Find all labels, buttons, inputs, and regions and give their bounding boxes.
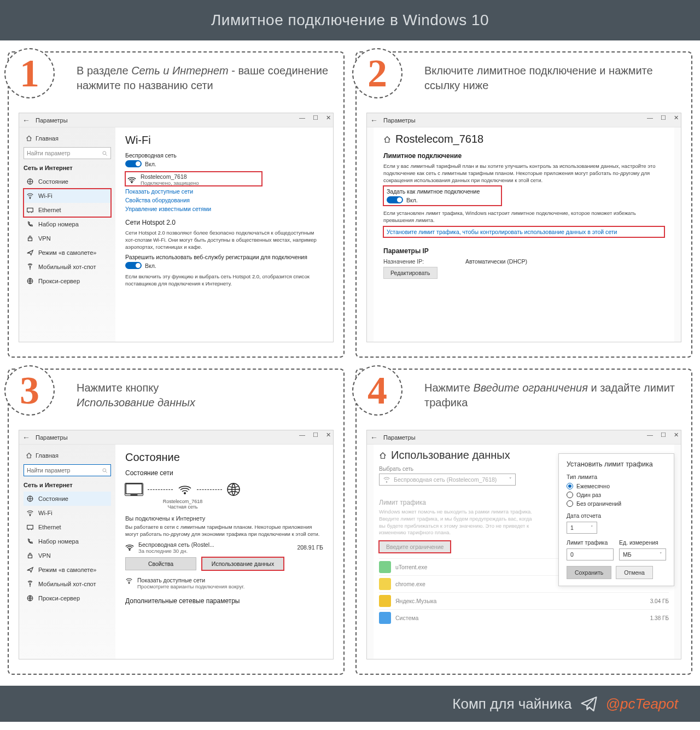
- svg-rect-15: [126, 484, 142, 494]
- sidebar-item-wifi[interactable]: Wi-Fi: [24, 506, 111, 520]
- pick-network-select[interactable]: Беспроводная сеть (Rostelecom_7618) ˅: [379, 474, 516, 486]
- sidebar-item-dial[interactable]: Набор номера: [24, 534, 111, 548]
- search-input[interactable]: Найти параметр: [24, 464, 111, 476]
- window-title: Параметры: [383, 117, 416, 124]
- cancel-button[interactable]: Отмена: [616, 566, 653, 579]
- radio-monthly[interactable]: Ежемесячно: [567, 483, 666, 489]
- properties-button[interactable]: Свойства: [125, 557, 196, 570]
- radio-once[interactable]: Один раз: [567, 492, 666, 498]
- wifi-content: Wi-Fi Беспроводная сеть Вкл. Rostelecom_…: [115, 127, 333, 342]
- set-limit-link-highlight: Установите лимит трафика, чтобы контроли…: [383, 226, 664, 237]
- search-icon: [102, 150, 108, 156]
- maximize-icon[interactable]: ☐: [313, 114, 318, 121]
- minimize-icon[interactable]: —: [299, 431, 305, 439]
- sidebar-item-proxy[interactable]: Прокси-сервер: [24, 591, 111, 605]
- app-icon: [379, 612, 391, 624]
- unit-select[interactable]: МБ˅: [619, 548, 666, 560]
- sidebar-home[interactable]: Главная: [24, 132, 111, 145]
- maximize-icon[interactable]: ☐: [313, 431, 318, 439]
- minimize-icon[interactable]: —: [647, 114, 653, 121]
- minimize-icon[interactable]: —: [647, 431, 653, 439]
- metered-toggle[interactable]: Вкл.: [387, 196, 480, 203]
- close-icon[interactable]: ✕: [326, 114, 331, 121]
- limit-value-input[interactable]: 0: [567, 548, 614, 560]
- sidebar-item-vpn[interactable]: VPN: [24, 231, 111, 246]
- maximize-icon[interactable]: ☐: [661, 114, 666, 121]
- dial-icon: [26, 538, 34, 545]
- titlebar: ← Параметры — ☐ ✕: [367, 430, 681, 445]
- sidebar-item-hotspot[interactable]: Мобильный хот-спот: [24, 260, 111, 274]
- data-usage-button[interactable]: Использование данных: [202, 557, 284, 570]
- close-icon[interactable]: ✕: [674, 431, 679, 439]
- metered-toggle-label: Задать как лимитное подключение: [387, 188, 480, 195]
- sidebar-home[interactable]: Главная: [24, 449, 111, 462]
- edit-button[interactable]: Редактировать: [383, 267, 438, 279]
- radio-icon: [567, 483, 573, 489]
- vpn-icon: [26, 552, 34, 559]
- network-highlight: Rostelecom_7618 Подключено, защищено: [125, 172, 262, 186]
- back-icon[interactable]: ←: [22, 433, 30, 442]
- svg-rect-4: [28, 238, 32, 241]
- minimize-icon[interactable]: —: [299, 114, 305, 121]
- sidebar-item-wifi[interactable]: Wi-Fi: [24, 189, 111, 203]
- step-2-badge: 2: [352, 48, 402, 98]
- search-input[interactable]: Найти параметр: [24, 147, 111, 159]
- connected-title: Вы подключены к Интернету: [125, 515, 323, 522]
- usage-net-name: Беспроводная сеть (Rostel...: [138, 541, 214, 548]
- chevron-down-icon: ˅: [660, 552, 662, 557]
- sidebar-item-status[interactable]: Состояние: [24, 492, 111, 506]
- sidebar-item-proxy[interactable]: Прокси-сервер: [24, 274, 111, 288]
- search-icon: [102, 468, 108, 474]
- show-networks-title[interactable]: Показать доступные сети: [137, 577, 244, 583]
- radio-unlimited[interactable]: Без ограничений: [567, 500, 666, 507]
- wifi-icon: [383, 476, 390, 483]
- svg-point-0: [103, 151, 106, 154]
- sidebar-item-airplane[interactable]: Режим «в самолете»: [24, 563, 111, 577]
- close-icon[interactable]: ✕: [674, 114, 679, 121]
- sidebar-item-airplane[interactable]: Режим «в самолете»: [24, 246, 111, 260]
- svg-rect-3: [27, 208, 33, 212]
- maximize-icon[interactable]: ☐: [661, 431, 666, 439]
- link-hardware-props[interactable]: Свойства оборудования: [125, 197, 323, 203]
- sidebar-category: Сеть и Интернет: [24, 165, 111, 171]
- enter-limit-button[interactable]: Введите ограничение: [379, 541, 451, 553]
- back-icon[interactable]: ←: [370, 433, 378, 442]
- link-show-networks[interactable]: Показать доступные сети: [125, 188, 323, 195]
- svg-point-10: [30, 515, 30, 516]
- sidebar-item-ethernet[interactable]: Ethernet: [24, 203, 111, 217]
- metered-desc: Если у вас лимитный тарифный план и вы х…: [383, 163, 664, 184]
- content-title: Состояние: [125, 451, 323, 464]
- sidebar-category: Сеть и Интернет: [24, 482, 111, 488]
- vpn-icon: [26, 235, 34, 242]
- wireless-label: Беспроводная сеть: [125, 152, 323, 159]
- network-row[interactable]: Rostelecom_7618 Подключено, защищено: [125, 172, 262, 186]
- sidebar-item-vpn[interactable]: VPN: [24, 548, 111, 563]
- back-icon[interactable]: ←: [22, 116, 30, 125]
- set-limit-link[interactable]: Установите лимит трафика, чтобы контроли…: [387, 229, 661, 235]
- app-icon: [379, 578, 391, 590]
- status-content: Состояние Состояние сети Rostelecom_7618…: [115, 445, 333, 659]
- link-known-networks[interactable]: Управление известными сетями: [125, 206, 323, 212]
- sidebar-item-hotspot[interactable]: Мобильный хот-спот: [24, 577, 111, 591]
- close-icon[interactable]: ✕: [326, 431, 331, 439]
- step-3-text: Нажмите кнопку Использование данных: [19, 377, 334, 430]
- step-4-badge: 4: [352, 365, 402, 416]
- hotspot-toggle[interactable]: Вкл.: [125, 262, 323, 269]
- reset-date-select[interactable]: 1˅: [567, 522, 597, 534]
- back-icon[interactable]: ←: [370, 116, 378, 125]
- sidebar-item-status[interactable]: Состояние: [24, 174, 111, 189]
- step-4-window: ← Параметры — ☐ ✕ Использование данных В…: [366, 430, 681, 659]
- step-2-panel: 2 Включите лимитное подклю­чение и нажми…: [355, 51, 692, 358]
- usage-amount: 208.91 ГБ: [297, 544, 323, 551]
- telegram-icon: [580, 694, 598, 713]
- sidebar-item-ethernet[interactable]: Ethernet: [24, 520, 111, 534]
- toggle-switch-icon: [125, 262, 142, 269]
- svg-point-20: [386, 482, 387, 482]
- content-title: Rostelecom_7618: [395, 133, 483, 145]
- svg-point-13: [30, 583, 31, 585]
- save-button[interactable]: Сохранить: [567, 566, 611, 579]
- pc-icon: [125, 483, 143, 496]
- wifi-toggle[interactable]: Вкл.: [125, 160, 323, 167]
- footer-handle[interactable]: @pcTeapot: [606, 696, 678, 713]
- sidebar-item-dial[interactable]: Набор номера: [24, 217, 111, 231]
